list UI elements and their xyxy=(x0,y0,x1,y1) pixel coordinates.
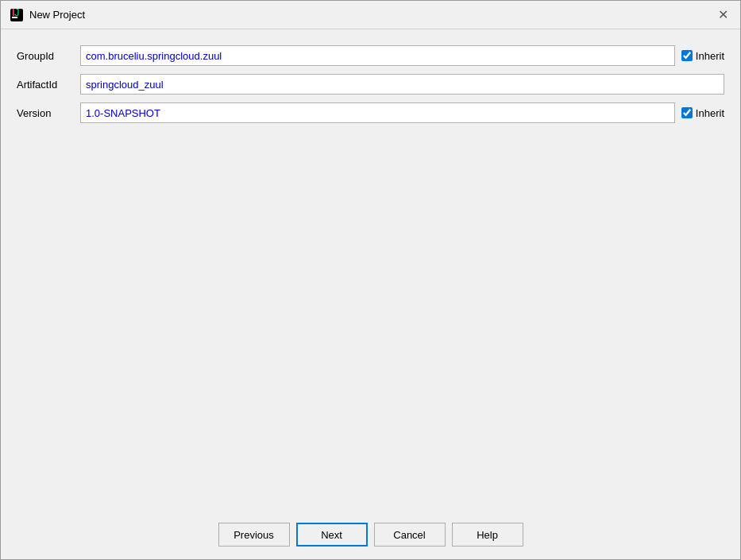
previous-button[interactable]: Previous xyxy=(218,523,290,546)
version-row: Version Inherit xyxy=(17,102,724,123)
help-button[interactable]: Help xyxy=(452,523,523,546)
groupid-inherit-label: Inherit xyxy=(681,50,724,62)
groupid-inherit-text: Inherit xyxy=(696,50,724,62)
groupid-input[interactable] xyxy=(80,45,675,66)
new-project-dialog: I J New Project ✕ GroupId Inherit Artifa… xyxy=(0,0,741,560)
cancel-button[interactable]: Cancel xyxy=(374,523,446,546)
dialog-content: GroupId Inherit ArtifactId Version Inher… xyxy=(1,29,740,513)
next-button[interactable]: Next xyxy=(296,523,368,546)
svg-text:J: J xyxy=(14,9,20,18)
version-inherit-text: Inherit xyxy=(696,107,724,119)
close-button[interactable]: ✕ xyxy=(715,7,731,23)
dialog-title: New Project xyxy=(29,9,85,21)
groupid-inherit-checkbox[interactable] xyxy=(681,50,693,61)
content-spacer xyxy=(17,131,724,505)
title-bar-left: I J New Project xyxy=(10,9,85,21)
groupid-row: GroupId Inherit xyxy=(17,45,724,66)
artifactid-input[interactable] xyxy=(80,74,724,95)
version-input[interactable] xyxy=(80,102,675,123)
artifactid-row: ArtifactId xyxy=(17,74,724,95)
artifactid-label: ArtifactId xyxy=(17,79,80,91)
title-bar: I J New Project ✕ xyxy=(1,1,740,29)
app-icon: I J xyxy=(10,9,23,21)
dialog-footer: Previous Next Cancel Help xyxy=(1,513,740,559)
groupid-label: GroupId xyxy=(17,50,80,62)
version-inherit-label: Inherit xyxy=(681,107,724,119)
version-label: Version xyxy=(17,107,80,119)
version-inherit-checkbox[interactable] xyxy=(681,107,693,118)
